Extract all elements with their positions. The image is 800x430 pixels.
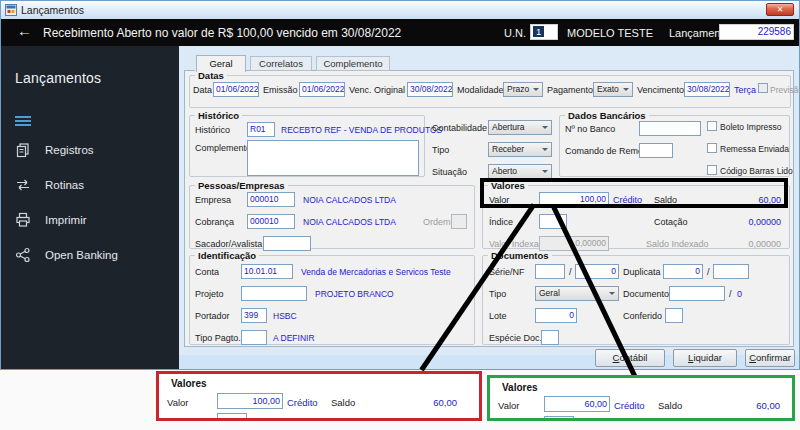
tab-complemento[interactable]: Complemento bbox=[316, 56, 390, 71]
saldo-indexado-value: 0,00000 bbox=[721, 239, 781, 249]
sacador-input[interactable] bbox=[263, 236, 311, 251]
historico-code-input[interactable]: R01 bbox=[247, 122, 275, 137]
lote-label: Lote bbox=[489, 311, 507, 321]
callout-red-partial-box bbox=[217, 413, 247, 421]
duplicata-slash: / bbox=[707, 267, 710, 277]
vencimento-input[interactable]: 30/08/2022 bbox=[684, 82, 730, 97]
callout-red-saldo-label: Saldo bbox=[331, 397, 355, 408]
portador-description: HSBC bbox=[273, 311, 297, 321]
serie-nf-label: Série/NF bbox=[489, 267, 525, 277]
contabilidade-select[interactable]: Abertura bbox=[488, 120, 552, 135]
tab-geral[interactable]: Geral bbox=[196, 55, 246, 72]
remessa-enviada-checkbox[interactable] bbox=[707, 143, 717, 153]
pagamento-label: Pagamento bbox=[547, 85, 593, 95]
empresa-label: Empresa bbox=[195, 195, 231, 205]
contabil-button[interactable]: Contábil bbox=[595, 349, 665, 367]
conferido-input[interactable] bbox=[665, 308, 683, 323]
liquidar-button[interactable]: Liquidar bbox=[673, 349, 737, 367]
confirmar-button[interactable]: Confirmar bbox=[745, 349, 795, 367]
venc-original-input[interactable]: 30/08/2022 bbox=[407, 82, 453, 97]
cobranca-code-input[interactable]: 000010 bbox=[247, 214, 295, 229]
sacador-label: Sacador/Avalista bbox=[195, 239, 262, 249]
groupbox-documentos-title: Documentos bbox=[488, 250, 552, 261]
saldo-value: 60,00 bbox=[721, 195, 781, 205]
duplicata-input[interactable]: 0 bbox=[663, 264, 703, 279]
num-banco-input[interactable] bbox=[639, 121, 701, 136]
groupbox-historico-title: Histórico bbox=[195, 110, 242, 121]
conferido-label: Conferido bbox=[623, 311, 662, 321]
tipo-label: Tipo bbox=[432, 145, 449, 155]
contabilidade-label: Contabilidade bbox=[432, 123, 487, 133]
app-window: Lançamentos ✕ ← Recebimento Aberto no va… bbox=[0, 0, 800, 370]
previsao-label: Previsão bbox=[770, 85, 800, 95]
documento-label: Documento bbox=[623, 289, 669, 299]
emissao-input[interactable]: 01/06/2022 bbox=[299, 82, 345, 97]
close-button[interactable]: ✕ bbox=[766, 3, 794, 16]
historico-label: Histórico bbox=[195, 125, 230, 135]
duplicata2-input[interactable] bbox=[713, 264, 749, 279]
credito-label: Crédito bbox=[613, 195, 642, 205]
un-label: U.N. bbox=[504, 27, 526, 39]
callout-valores-red: Valores Valor 100,00 Crédito Saldo 60,00 bbox=[156, 371, 482, 421]
callout-valores-green: Valores Valor 60,00 Crédito Saldo 60,00 bbox=[487, 375, 795, 421]
groupbox-valores-title: Valores bbox=[488, 180, 528, 191]
tipo-pagto-description: A DEFINIR bbox=[273, 333, 315, 343]
tipo-pagto-label: Tipo Pagto. bbox=[195, 333, 241, 343]
sidebar-item-rotinas[interactable]: Rotinas bbox=[1, 173, 179, 197]
emissao-label: Emissão bbox=[263, 85, 298, 95]
un-input[interactable]: 1 bbox=[530, 24, 558, 40]
empresa-code-input[interactable]: 000010 bbox=[247, 192, 295, 207]
duplicata-label: Duplicata bbox=[623, 267, 661, 277]
indice-input[interactable] bbox=[539, 214, 567, 229]
lancamento-number-input[interactable]: 229586 bbox=[719, 24, 794, 40]
modalidade-label: Modalidade bbox=[457, 85, 504, 95]
nf-input[interactable]: 0 bbox=[575, 264, 619, 279]
cobranca-name: NOIA CALCADOS LTDA bbox=[303, 217, 396, 227]
conta-label: Conta bbox=[195, 267, 219, 277]
boleto-impresso-checkbox[interactable] bbox=[707, 121, 717, 131]
menu-icon[interactable] bbox=[15, 116, 33, 128]
callout-red-title: Valores bbox=[171, 378, 207, 389]
modalidade-select[interactable]: Prazo bbox=[503, 82, 543, 97]
tab-correlatos[interactable]: Correlatos bbox=[250, 56, 312, 71]
venc-original-label: Venc. Original bbox=[349, 85, 405, 95]
historico-description: RECEBTO REF - VENDA DE PRODUTOS bbox=[281, 125, 442, 135]
back-arrow-icon[interactable]: ← bbox=[17, 22, 32, 39]
conta-description: Venda de Mercadorias e Servicos Teste bbox=[301, 267, 451, 277]
callout-green-saldo-value: 60,00 bbox=[720, 400, 780, 411]
callout-green-saldo-label: Saldo bbox=[658, 400, 682, 411]
ordem-input bbox=[451, 214, 467, 229]
data-input[interactable]: 01/06/2022 bbox=[213, 82, 259, 97]
complemento-textarea[interactable] bbox=[247, 140, 419, 176]
comando-remessa-input[interactable] bbox=[639, 143, 673, 158]
indice-label: Índice bbox=[489, 217, 513, 227]
pagamento-select[interactable]: Exato bbox=[593, 82, 633, 97]
documento-slash: / bbox=[729, 289, 732, 299]
boleto-impresso-label: Boleto Impresso bbox=[720, 122, 781, 132]
portador-code-input[interactable]: 399 bbox=[241, 308, 267, 323]
weekday-label: Terça bbox=[734, 85, 756, 95]
titlebar: Lançamentos ✕ bbox=[1, 1, 799, 19]
sidebar-item-registros[interactable]: Registros bbox=[1, 138, 179, 162]
lote-input[interactable]: 0 bbox=[535, 308, 577, 323]
groupbox-identificacao-title: Identificação bbox=[195, 250, 259, 261]
situacao-select[interactable]: Aberto bbox=[488, 164, 552, 179]
doc-tipo-select[interactable]: Geral bbox=[535, 286, 619, 301]
especie-doc-input[interactable] bbox=[541, 330, 559, 345]
sidebar-item-imprimir[interactable]: Imprimir bbox=[1, 208, 179, 232]
especie-doc-label: Espécie Doc. bbox=[489, 333, 542, 343]
tipo-pagto-input[interactable] bbox=[241, 330, 267, 345]
conta-code-input[interactable]: 10.01.01 bbox=[241, 264, 293, 279]
previsao-checkbox[interactable] bbox=[758, 83, 768, 93]
serie-slash: / bbox=[569, 267, 572, 277]
documento-input[interactable] bbox=[669, 286, 725, 301]
codigo-barras-checkbox[interactable] bbox=[707, 165, 717, 175]
share-nodes-icon bbox=[15, 247, 31, 263]
sidebar-item-open-banking[interactable]: Open Banking bbox=[1, 243, 179, 267]
serie-input[interactable] bbox=[535, 264, 565, 279]
projeto-input[interactable] bbox=[241, 286, 307, 301]
un-value: 1 bbox=[533, 26, 544, 37]
tipo-select[interactable]: Receber bbox=[488, 142, 552, 157]
complemento-label: Complemento bbox=[195, 143, 251, 153]
valor-input[interactable]: 100,00 bbox=[539, 192, 609, 207]
